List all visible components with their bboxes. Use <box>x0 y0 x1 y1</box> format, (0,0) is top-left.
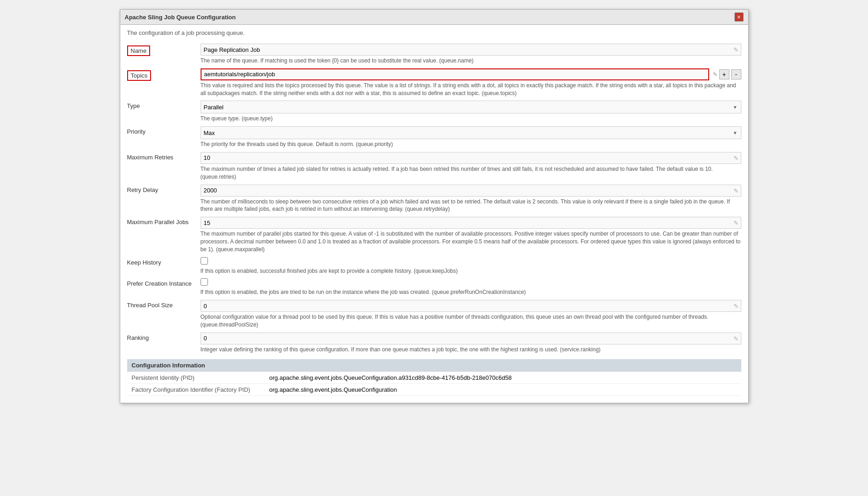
topics-label: Topics <box>127 70 151 81</box>
thread-pool-size-label: Thread Pool Size <box>127 302 173 309</box>
priority-row: Priority Max Norm Min The priority for t… <box>127 124 741 150</box>
retry-delay-input[interactable] <box>201 185 741 197</box>
dialog-title: Apache Sling Job Queue Configuration <box>125 14 236 21</box>
keep-history-row: Keep History If this option is enabled, … <box>127 255 741 277</box>
type-value-cell: Parallel Ordered Topic Round Robin Ignor… <box>201 99 741 124</box>
maximum-retries-label-cell: Maximum Retries <box>127 150 201 183</box>
ranking-description: Integer value defining the ranking of th… <box>201 346 741 354</box>
factory-pid-value: org.apache.sling.event.jobs.QueueConfigu… <box>265 383 741 395</box>
retry-delay-value-cell: ✎ The number of milliseconds to sleep be… <box>201 183 741 215</box>
maximum-retries-edit-icon[interactable]: ✎ <box>734 154 739 161</box>
prefer-creation-instance-description: If this option is enabled, the jobs are … <box>201 288 741 296</box>
thread-pool-size-description: Optional configuration value for a threa… <box>201 313 741 329</box>
ranking-value-cell: ✎ Integer value defining the ranking of … <box>201 331 741 355</box>
maximum-parallel-jobs-label: Maximum Parallel Jobs <box>127 219 189 225</box>
prefer-creation-instance-row: Prefer Creation Instance If this option … <box>127 276 741 298</box>
maximum-parallel-jobs-value-cell: ✎ The maximum number of parallel jobs st… <box>201 215 741 255</box>
factory-pid-label: Factory Configuration Identifier (Factor… <box>127 383 265 395</box>
type-row: Type Parallel Ordered Topic Round Robin … <box>127 99 741 124</box>
topics-row: Topics ✎ + - This value is required and … <box>127 67 741 99</box>
priority-description: The priority for the threads used by thi… <box>201 141 741 148</box>
topics-input[interactable] <box>201 68 709 80</box>
maximum-parallel-jobs-description: The maximum number of parallel jobs star… <box>201 230 741 253</box>
pid-label: Persistent Identity (PID) <box>127 372 265 383</box>
name-value-cell: ✎ The name of the queue. If matching is … <box>201 42 741 67</box>
name-row: Name ✎ The name of the queue. If matchin… <box>127 42 741 67</box>
maximum-retries-label: Maximum Retries <box>127 154 174 161</box>
maximum-parallel-jobs-input-wrapper: ✎ <box>201 217 741 229</box>
retry-delay-input-wrapper: ✎ <box>201 185 741 197</box>
name-label: Name <box>127 45 151 56</box>
type-label-cell: Type <box>127 99 201 124</box>
maximum-parallel-jobs-label-cell: Maximum Parallel Jobs <box>127 215 201 255</box>
priority-label: Priority <box>127 128 146 135</box>
topics-add-button[interactable]: + <box>719 69 729 79</box>
retry-delay-label: Retry Delay <box>127 186 158 193</box>
prefer-creation-instance-label: Prefer Creation Instance <box>127 280 192 287</box>
topics-input-row: ✎ + - <box>201 68 741 80</box>
retry-delay-edit-icon[interactable]: ✎ <box>734 187 739 194</box>
maximum-parallel-jobs-row: Maximum Parallel Jobs ✎ The maximum numb… <box>127 215 741 255</box>
ranking-input-wrapper: ✎ <box>201 333 741 344</box>
dialog-body: The configuration of a job processing qu… <box>120 25 748 403</box>
name-description: The name of the queue. If matching is us… <box>201 57 741 65</box>
thread-pool-size-row: Thread Pool Size ✎ Optional configuratio… <box>127 298 741 331</box>
maximum-retries-input[interactable] <box>201 152 741 164</box>
config-info-table: Persistent Identity (PID) org.apache.sli… <box>127 372 741 396</box>
thread-pool-size-input-wrapper: ✎ <box>201 300 741 312</box>
maximum-retries-input-wrapper: ✎ <box>201 152 741 164</box>
name-input-wrapper: ✎ <box>201 44 741 56</box>
maximum-parallel-jobs-input[interactable] <box>201 217 741 229</box>
pid-row: Persistent Identity (PID) org.apache.sli… <box>127 372 741 383</box>
thread-pool-size-edit-icon[interactable]: ✎ <box>734 303 739 310</box>
topics-value-cell: ✎ + - This value is required and lists t… <box>201 67 741 99</box>
maximum-retries-description: The maximum number of times a failed job… <box>201 165 741 181</box>
thread-pool-size-value-cell: ✎ Optional configuration value for a thr… <box>201 298 741 331</box>
prefer-creation-instance-checkbox[interactable] <box>201 278 208 286</box>
prefer-creation-instance-value-cell: If this option is enabled, the jobs are … <box>201 276 741 298</box>
topics-remove-button[interactable]: - <box>731 69 741 79</box>
form-table: Name ✎ The name of the queue. If matchin… <box>127 42 741 355</box>
ranking-edit-icon[interactable]: ✎ <box>734 335 739 342</box>
config-info-label: Configuration Information <box>132 362 205 369</box>
prefer-creation-instance-label-cell: Prefer Creation Instance <box>127 276 201 298</box>
keep-history-description: If this option is enabled, successful fi… <box>201 267 741 275</box>
ranking-input[interactable] <box>201 333 741 344</box>
keep-history-label: Keep History <box>127 259 161 266</box>
factory-pid-row: Factory Configuration Identifier (Factor… <box>127 383 741 395</box>
priority-select-wrapper: Max Norm Min <box>201 126 741 139</box>
type-select[interactable]: Parallel Ordered Topic Round Robin Ignor… <box>201 101 741 113</box>
name-input[interactable] <box>201 44 741 56</box>
config-info-section-header: Configuration Information <box>127 359 741 372</box>
retry-delay-description: The number of milliseconds to sleep betw… <box>201 198 741 214</box>
close-button[interactable]: × <box>734 12 744 22</box>
retry-delay-label-cell: Retry Delay <box>127 183 201 215</box>
type-select-wrapper: Parallel Ordered Topic Round Robin Ignor… <box>201 101 741 113</box>
ranking-label-cell: Ranking <box>127 331 201 355</box>
maximum-retries-value-cell: ✎ The maximum number of times a failed j… <box>201 150 741 183</box>
priority-select[interactable]: Max Norm Min <box>201 126 741 139</box>
retry-delay-row: Retry Delay ✎ The number of milliseconds… <box>127 183 741 215</box>
name-label-cell: Name <box>127 42 201 67</box>
dialog-titlebar: Apache Sling Job Queue Configuration × <box>120 10 748 25</box>
name-edit-icon[interactable]: ✎ <box>734 46 739 53</box>
priority-label-cell: Priority <box>127 124 201 150</box>
keep-history-value-cell: If this option is enabled, successful fi… <box>201 255 741 277</box>
ranking-row: Ranking ✎ Integer value defining the ran… <box>127 331 741 355</box>
thread-pool-size-input[interactable] <box>201 300 741 312</box>
dialog-description: The configuration of a job processing qu… <box>127 29 741 36</box>
ranking-label: Ranking <box>127 334 149 341</box>
maximum-parallel-jobs-edit-icon[interactable]: ✎ <box>734 220 739 226</box>
main-dialog: Apache Sling Job Queue Configuration × T… <box>120 9 749 403</box>
topics-label-cell: Topics <box>127 67 201 99</box>
type-description: The queue type. (queue.type) <box>201 115 741 123</box>
keep-history-checkbox[interactable] <box>201 257 208 265</box>
topics-description: This value is required and lists the top… <box>201 82 741 97</box>
pid-value: org.apache.sling.event.jobs.QueueConfigu… <box>265 372 741 383</box>
type-label: Type <box>127 102 140 109</box>
keep-history-label-cell: Keep History <box>127 255 201 277</box>
thread-pool-size-label-cell: Thread Pool Size <box>127 298 201 331</box>
maximum-retries-row: Maximum Retries ✎ The maximum number of … <box>127 150 741 183</box>
priority-value-cell: Max Norm Min The priority for the thread… <box>201 124 741 150</box>
topics-edit-icon[interactable]: ✎ <box>713 71 717 78</box>
